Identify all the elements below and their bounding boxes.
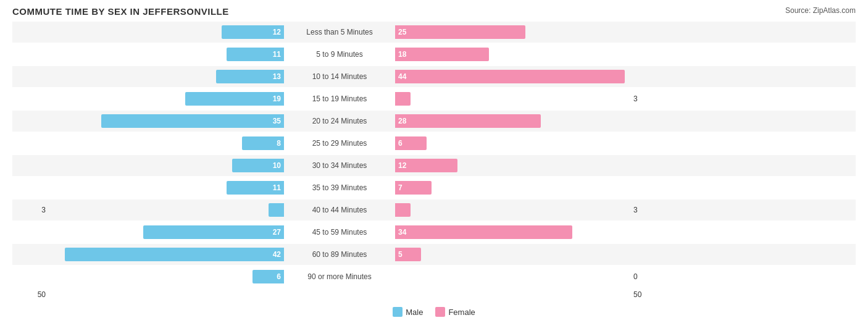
chart-row: 690 or more Minutes0 xyxy=(12,266,856,287)
row-label: 20 to 24 Minutes xyxy=(284,117,395,125)
legend-male: Male xyxy=(393,307,423,317)
chart-row: 1135 to 39 Minutes7 xyxy=(12,177,856,198)
source-label: Source: ZipAtlas.com xyxy=(785,6,856,15)
row-label: 40 to 44 Minutes xyxy=(284,206,395,214)
chart-row: 1310 to 14 Minutes44 xyxy=(12,66,856,87)
chart-row: 340 to 44 Minutes3 xyxy=(12,199,856,220)
chart-area: 12Less than 5 Minutes25115 to 9 Minutes1… xyxy=(12,22,856,317)
legend-male-label: Male xyxy=(406,308,423,317)
row-label: 45 to 59 Minutes xyxy=(284,228,395,237)
row-label: 35 to 39 Minutes xyxy=(284,183,395,192)
chart-row: 1030 to 34 Minutes12 xyxy=(12,155,856,176)
row-label: 25 to 29 Minutes xyxy=(284,139,395,148)
chart-row: 1915 to 19 Minutes3 xyxy=(12,88,856,109)
legend-female-box xyxy=(435,307,445,317)
female-value: 3 xyxy=(630,206,667,214)
female-value: 0 xyxy=(630,272,667,281)
legend-male-box xyxy=(393,307,403,317)
row-label: 15 to 19 Minutes xyxy=(284,94,395,103)
chart-title: COMMUTE TIME BY SEX IN JEFFERSONVILLE xyxy=(12,6,229,17)
chart-row: 12Less than 5 Minutes25 xyxy=(12,22,856,43)
chart-row: 3520 to 24 Minutes28 xyxy=(12,111,856,132)
legend-female-label: Female xyxy=(448,308,475,317)
row-label: 10 to 14 Minutes xyxy=(284,72,395,81)
legend: Male Female xyxy=(12,307,856,317)
row-label: 90 or more Minutes xyxy=(284,272,395,281)
chart-row: 825 to 29 Minutes6 xyxy=(12,133,856,154)
row-label: 60 to 89 Minutes xyxy=(284,250,395,259)
legend-female: Female xyxy=(435,307,475,317)
axis-left-val: 50 xyxy=(12,290,49,299)
chart-row: 4260 to 89 Minutes5 xyxy=(12,244,856,265)
male-value: 3 xyxy=(12,206,49,214)
chart-row: 2745 to 59 Minutes34 xyxy=(12,222,856,243)
chart-row: 115 to 9 Minutes18 xyxy=(12,44,856,65)
row-label: 5 to 9 Minutes xyxy=(284,50,395,59)
row-label: 30 to 34 Minutes xyxy=(284,161,395,170)
axis-right-val: 50 xyxy=(630,290,667,299)
row-label: Less than 5 Minutes xyxy=(284,28,395,36)
female-value: 3 xyxy=(630,94,667,103)
